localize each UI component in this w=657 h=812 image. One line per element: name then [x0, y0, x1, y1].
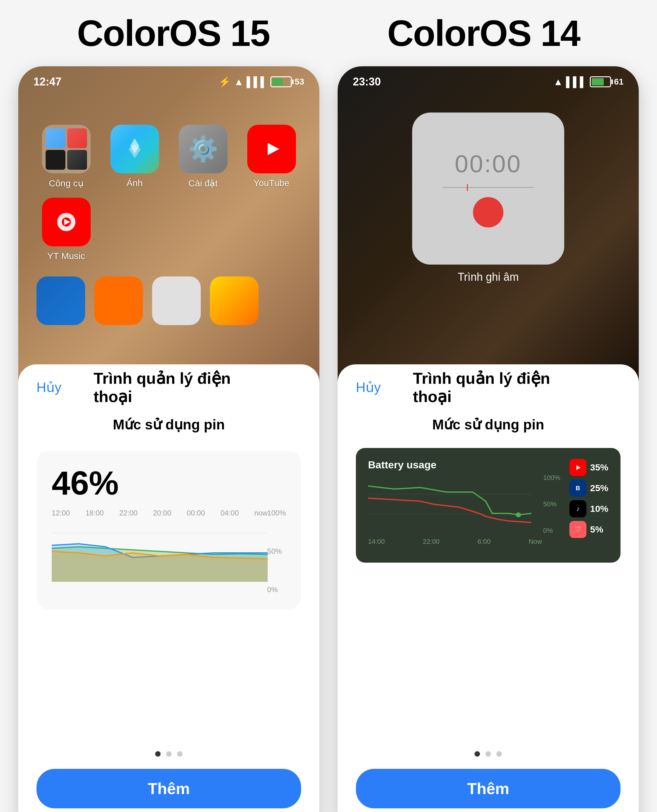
bottom-sheet-right: Hủy Trình quản lý điện thoại Mức sử dụng…: [338, 364, 639, 812]
cancel-left[interactable]: Hủy: [36, 380, 61, 395]
mini-notes: [67, 128, 87, 148]
chart-left: 100% 50% 0%: [52, 509, 286, 594]
phones-row: 12:47 ⚡ ▲ ▌▌▌ 53: [18, 66, 639, 812]
usage-airbnb: ♡ 5%: [570, 521, 608, 538]
usage-youtube: 35%: [570, 459, 608, 476]
title-right: ColorOS 14: [387, 12, 580, 54]
mini-sketchbook: [46, 150, 65, 170]
dot-r1: [475, 751, 480, 757]
battery-usage-title: Battery usage: [368, 459, 560, 471]
app-grid-left: Công cụ Ánh: [18, 106, 319, 271]
recorder-line: [442, 187, 534, 188]
add-button-left[interactable]: Thêm: [36, 769, 301, 808]
section-title-right: Mức sử dụng pin: [356, 416, 621, 433]
battery-fill-right: [592, 78, 604, 86]
battery-icon-left: [270, 76, 292, 87]
ytmusic-icon: [42, 198, 91, 246]
status-bar-right: 23:30 ▲ ▌▌▌ 61: [338, 66, 639, 88]
svg-point-11: [516, 512, 521, 517]
battery-level-left: 53: [295, 77, 304, 87]
chart-y-labels-right: 100% 50% 0%: [543, 474, 560, 535]
page-container: ColorOS 15 ColorOS 14 12:47 ⚡ ▲ ▌▌▌: [0, 0, 657, 812]
dots-left: [36, 751, 301, 757]
app-usage-list: 35% B 25%: [570, 459, 608, 538]
status-icons-left: ⚡ ▲ ▌▌▌ 53: [219, 76, 304, 87]
photos-label: Ánh: [126, 178, 143, 188]
bottom-sheet-left: Hủy Trình quản lý điện thoại Mức sử dụng…: [18, 364, 319, 812]
battery-level-right: 61: [614, 77, 624, 87]
battery-fill-left: [272, 78, 283, 86]
airbnb-usage-icon: ♡: [570, 521, 587, 538]
wifi-icon: ▲: [234, 76, 244, 87]
sheet-header-left: Hủy Trình quản lý điện thoại: [36, 380, 301, 395]
folder-cong-cu[interactable]: Công cụ: [36, 125, 96, 188]
dot-1: [155, 751, 160, 757]
battery-icon-right: [590, 76, 611, 87]
time-right: 23:30: [353, 75, 381, 88]
settings-icon: ⚙️: [179, 125, 227, 173]
section-title-left: Mức sử dụng pin: [36, 416, 301, 433]
settings-label: Cài đặt: [188, 178, 218, 188]
recorder-button[interactable]: [473, 197, 503, 227]
app-photos[interactable]: Ánh: [105, 125, 164, 188]
ytmusic-label: YT Music: [47, 251, 85, 261]
folder-label-cong-cu: Công cụ: [49, 178, 83, 188]
cancel-right[interactable]: Hủy: [356, 380, 381, 395]
status-icons-right: ▲ ▌▌▌ 61: [553, 76, 624, 87]
youtube-label: YouTube: [254, 178, 290, 188]
sheet-title-right: Trình quản lý điện thoại: [413, 369, 564, 406]
time-left: 12:47: [33, 75, 61, 88]
add-button-right[interactable]: Thêm: [356, 769, 621, 808]
status-bar-left: 12:47 ⚡ ▲ ▌▌▌ 53: [18, 66, 319, 88]
wifi-icon-right: ▲: [553, 76, 563, 87]
booking-usage-pct: 25%: [590, 483, 608, 493]
app-youtube[interactable]: YouTube: [242, 125, 301, 188]
dot-r3: [497, 751, 502, 757]
screen-top-right: 23:30 ▲ ▌▌▌ 61 00:00 Trì: [338, 66, 639, 389]
phone-right: 23:30 ▲ ▌▌▌ 61 00:00 Trì: [338, 66, 639, 812]
photos-icon: [111, 125, 159, 173]
spacer-left: [36, 615, 301, 742]
app-ytmusic[interactable]: YT Music: [36, 198, 96, 261]
mini-weather: [46, 128, 65, 148]
app-bottom-2: [94, 277, 143, 325]
svg-marker-3: [268, 143, 279, 155]
airbnb-usage-pct: 5%: [590, 524, 603, 535]
youtube-icon: [247, 125, 296, 173]
tiktok-usage-pct: 10%: [590, 504, 608, 514]
chart-y-labels-left: 100% 50% 0%: [267, 509, 286, 594]
dot-r2: [486, 751, 491, 757]
chart-right: 100% 50% 0%: [368, 474, 560, 535]
dot-2: [166, 751, 171, 757]
sheet-title-left: Trình quản lý điện thoại: [94, 369, 244, 406]
battery-card-right: Battery usage 100% 50% 0%: [356, 448, 621, 563]
recorder-time: 00:00: [455, 150, 522, 178]
tiktok-usage-icon: ♪: [570, 500, 587, 517]
app-bottom-4: [210, 277, 258, 325]
signal-icon: ▌▌▌: [247, 76, 267, 87]
svg-marker-2: [129, 145, 141, 158]
title-left: ColorOS 15: [77, 12, 270, 54]
svg-marker-12: [576, 465, 581, 470]
app-settings[interactable]: ⚙️ Cài đặt: [173, 125, 233, 188]
bluetooth-icon: ⚡: [219, 76, 231, 87]
dot-3: [177, 751, 182, 757]
chart-x-labels-right: 14:00 22:00 6:00 Now: [368, 538, 560, 546]
signal-icon-right: ▌▌▌: [566, 76, 587, 87]
youtube-usage-pct: 35%: [590, 462, 608, 473]
usage-tiktok: ♪ 10%: [570, 500, 608, 517]
folder-icon-cong-cu: [42, 125, 91, 173]
screen-top-left: 12:47 ⚡ ▲ ▌▌▌ 53: [18, 66, 319, 389]
app-bottom-3: [152, 277, 201, 325]
chart-right-container: Battery usage 100% 50% 0%: [368, 459, 560, 546]
youtube-usage-icon: [570, 459, 587, 476]
usage-booking: B 25%: [570, 480, 608, 497]
recorder-label: Trình ghi âm: [338, 271, 639, 283]
sheet-header-right: Hủy Trình quản lý điện thoại: [356, 380, 621, 395]
battery-card-header: Battery usage 100% 50% 0%: [368, 459, 608, 546]
battery-card-left: 46% 100% 50% 0%: [36, 451, 301, 609]
mini-calc: [67, 150, 87, 170]
dots-right: [356, 751, 621, 757]
phone-left: 12:47 ⚡ ▲ ▌▌▌ 53: [18, 66, 319, 812]
chart-area-left: [52, 509, 268, 582]
